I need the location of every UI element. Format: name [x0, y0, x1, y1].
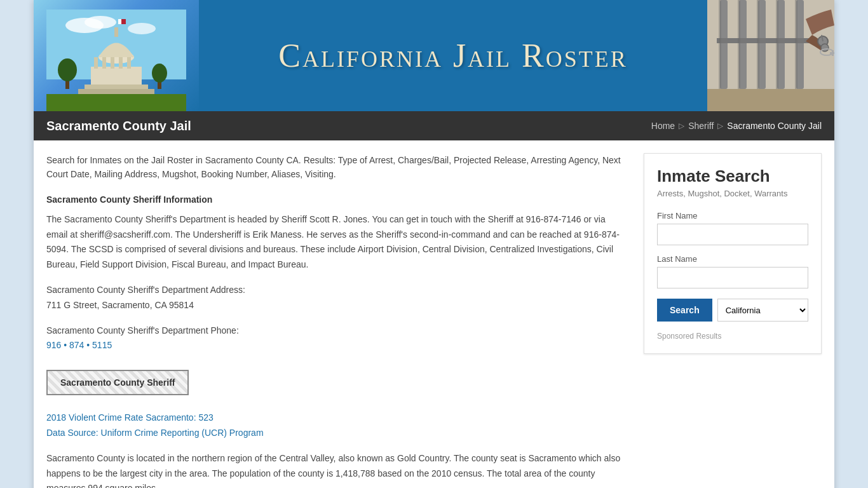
- right-sidebar: Inmate Search Arrests, Mugshot, Docket, …: [644, 153, 822, 488]
- svg-rect-38: [776, 0, 778, 89]
- svg-rect-39: [795, 0, 797, 89]
- svg-point-17: [58, 58, 77, 81]
- svg-rect-14: [85, 85, 148, 90]
- address-value: 711 G Street, Sacramento, CA 95814: [46, 298, 625, 313]
- breadcrumb: Home ▷ Sheriff ▷ Sacramento County Jail: [651, 121, 822, 131]
- crime-stat-line1: 2018 Violent Crime Rate Sacramento: 523: [46, 410, 625, 426]
- main-content: Search for Inmates on the Jail Roster in…: [34, 140, 834, 488]
- svg-rect-20: [46, 94, 186, 111]
- header-center: California Jail Roster: [199, 37, 707, 74]
- last-name-input[interactable]: [657, 267, 808, 288]
- svg-rect-7: [118, 19, 121, 24]
- search-button[interactable]: Search: [657, 299, 712, 322]
- last-name-group: Last Name: [657, 254, 808, 288]
- county-description: Sacramento County is located in the nort…: [46, 451, 625, 488]
- state-select[interactable]: California Alabama Alaska Arizona Colora…: [717, 299, 808, 322]
- address-block: Sacramento County Sheriff's Department A…: [46, 283, 625, 313]
- sponsored-results-label: Sponsored Results: [657, 332, 808, 341]
- header-right-image: [707, 0, 834, 111]
- phone-block: Sacramento County Sheriff's Department P…: [46, 323, 625, 354]
- header-banner: California Jail Roster: [34, 0, 834, 111]
- nav-bar: Sacramento County Jail Home ▷ Sheriff ▷ …: [34, 111, 834, 140]
- inmate-search-box: Inmate Search Arrests, Mugshot, Docket, …: [644, 153, 822, 354]
- intro-paragraph: Search for Inmates on the Jail Roster in…: [46, 153, 625, 182]
- breadcrumb-current: Sacramento County Jail: [727, 121, 822, 131]
- breadcrumb-sep-2: ▷: [717, 121, 723, 130]
- crime-stat-line2: Data Source: Uniform Crime Reporting (UC…: [46, 426, 625, 441]
- svg-rect-10: [102, 57, 106, 69]
- phone-label: Sacramento County Sheriff's Department P…: [46, 323, 625, 339]
- sheriff-button[interactable]: Sacramento County Sheriff: [46, 370, 189, 395]
- svg-rect-33: [832, 50, 834, 56]
- svg-rect-11: [111, 57, 114, 69]
- breadcrumb-sheriff[interactable]: Sheriff: [688, 121, 714, 131]
- svg-rect-12: [119, 57, 123, 69]
- first-name-label: First Name: [657, 211, 808, 220]
- breadcrumb-home[interactable]: Home: [651, 121, 675, 131]
- svg-rect-5: [114, 27, 118, 37]
- svg-point-2: [85, 16, 116, 29]
- svg-rect-15: [78, 89, 154, 94]
- phone-value: 916 • 874 • 5115: [46, 338, 625, 353]
- page-wrapper: California Jail Roster: [34, 0, 834, 488]
- svg-point-3: [128, 23, 156, 34]
- sheriff-info-text: The Sacramento County Sheriff's Departme…: [46, 212, 625, 273]
- nav-page-title: Sacramento County Jail: [46, 119, 191, 133]
- svg-rect-37: [757, 0, 759, 89]
- address-label: Sacramento County Sheriff's Department A…: [46, 283, 625, 298]
- svg-point-19: [152, 64, 167, 83]
- breadcrumb-sep-1: ▷: [679, 121, 684, 130]
- svg-rect-34: [707, 89, 834, 111]
- header-left-image: [34, 0, 199, 111]
- last-name-label: Last Name: [657, 254, 808, 264]
- svg-rect-8: [91, 67, 142, 86]
- first-name-group: First Name: [657, 211, 808, 245]
- svg-rect-13: [127, 57, 131, 69]
- left-content: Search for Inmates on the Jail Roster in…: [46, 153, 631, 488]
- section-heading: Sacramento County Sheriff Information: [46, 194, 625, 205]
- site-title: California Jail Roster: [278, 37, 628, 74]
- svg-rect-9: [94, 57, 98, 69]
- search-row: Search California Alabama Alaska Arizona…: [657, 299, 808, 322]
- crime-stats-block: 2018 Violent Crime Rate Sacramento: 523 …: [46, 410, 625, 441]
- svg-rect-36: [738, 0, 740, 89]
- inmate-search-title: Inmate Search: [657, 166, 808, 186]
- svg-rect-35: [719, 0, 721, 89]
- inmate-search-subtitle: Arrests, Mugshot, Docket, Warrants: [657, 189, 808, 198]
- first-name-input[interactable]: [657, 224, 808, 245]
